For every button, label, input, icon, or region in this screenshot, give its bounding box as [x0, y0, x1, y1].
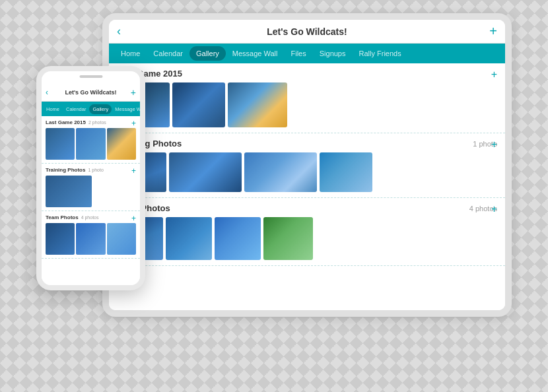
phone-training-photos [46, 176, 136, 207]
phone-section-title-lastgame: Last Game 2015 [46, 119, 86, 125]
tablet-nav-messages[interactable]: Message Wall [226, 46, 285, 61]
tablet-nav: Home Calendar Gallery Message Wall Files… [109, 44, 505, 63]
tablet-section-training: Training Photos 1 photo + [109, 133, 505, 198]
tablet-nav-files[interactable]: Files [285, 46, 313, 61]
phone-screen: ‹ Let's Go Wildcats! + Home Calendar Gal… [42, 71, 140, 285]
phone-nav-calendar[interactable]: Calendar [63, 104, 89, 114]
phone-section-title-team: Team Photos [46, 214, 79, 220]
team-photos-row [117, 217, 497, 260]
tablet-back-button[interactable]: ‹ [117, 24, 121, 38]
phone-section-training: Training Photos 1 photo + [42, 164, 140, 211]
tablet-content: Last Game 2015 + Training Photos 1 photo… [109, 63, 505, 310]
tablet-nav-signups[interactable]: Signups [313, 46, 353, 61]
tablet-home-button[interactable] [505, 155, 509, 175]
tablet-section-lastgame: Last Game 2015 + [109, 63, 505, 133]
photo-item[interactable] [172, 82, 225, 127]
phone-section-add-training[interactable]: + [131, 166, 136, 176]
phone-nav-messages[interactable]: Message Wall [112, 104, 140, 114]
phone-device: ‹ Let's Go Wildcats! + Home Calendar Gal… [36, 66, 145, 290]
phone-section-header-lastgame: Last Game 2015 2 photos [46, 119, 136, 125]
phone-section-count-training: 1 photo [88, 168, 103, 172]
tablet-nav-gallery[interactable]: Gallery [189, 46, 226, 61]
photo-item[interactable] [215, 217, 261, 260]
tablet-section-header-training: Training Photos 1 photo [117, 139, 497, 148]
phone-section-count-team: 4 photos [81, 215, 99, 220]
phone-photo-item[interactable] [46, 176, 92, 207]
tablet-section-header-team: Team Photos 4 photos [117, 203, 497, 213]
phone-section-count-lastgame: 2 photos [88, 120, 106, 125]
photo-item[interactable] [244, 152, 317, 192]
tablet-nav-home[interactable]: Home [114, 46, 147, 61]
tablet-device: ‹ Let's Go Wildcats! + Home Calendar Gal… [102, 13, 512, 317]
phone-nav: Home Calendar Gallery Message Wall [42, 102, 140, 116]
tablet-section-add-training[interactable]: + [491, 139, 497, 150]
phone-photo-item[interactable] [107, 223, 136, 255]
phone-section-header-training: Training Photos 1 photo [46, 167, 136, 173]
tablet-header: ‹ Let's Go Wildcats! + [109, 20, 505, 44]
phone-nav-gallery[interactable]: Gallery [89, 104, 112, 114]
phone-photo-item[interactable] [76, 128, 105, 160]
tablet-section-header-lastgame: Last Game 2015 [117, 69, 497, 79]
tablet-add-button[interactable]: + [489, 24, 497, 39]
phone-header: ‹ Let's Go Wildcats! + [42, 83, 140, 102]
phone-section-add-lastgame[interactable]: + [131, 119, 136, 128]
tablet-title: Let's Go Wildcats! [267, 26, 347, 37]
tablet-nav-calendar[interactable]: Calendar [147, 46, 189, 61]
phone-section-header-team: Team Photos 4 photos [46, 214, 136, 220]
phone-content: Last Game 2015 2 photos + Training Photo… [42, 116, 140, 285]
tablet-section-add-lastgame[interactable]: + [491, 69, 497, 81]
photo-item[interactable] [263, 217, 313, 260]
photo-item[interactable] [169, 152, 242, 192]
phone-section-lastgame: Last Game 2015 2 photos + [42, 116, 140, 164]
photo-item[interactable] [228, 82, 287, 127]
tablet-screen: ‹ Let's Go Wildcats! + Home Calendar Gal… [109, 20, 505, 310]
phone-photo-item[interactable] [107, 128, 136, 160]
training-photos-row [117, 152, 497, 192]
phone-add-button[interactable]: + [131, 87, 136, 98]
phone-lastgame-photos [46, 128, 136, 160]
tablet-section-add-team[interactable]: + [491, 203, 497, 215]
phone-back-button[interactable]: ‹ [46, 88, 48, 97]
tablet-section-team: Team Photos 4 photos + [109, 198, 505, 266]
phone-team-photos [46, 223, 136, 255]
phone-title: Let's Go Wildcats! [65, 89, 116, 96]
photo-item[interactable] [166, 217, 212, 260]
phone-photo-item[interactable] [46, 128, 75, 160]
tablet-nav-rally[interactable]: Rally Friends [353, 46, 408, 61]
phone-section-team: Team Photos 4 photos + [42, 211, 140, 259]
lastgame-photos-row [117, 82, 497, 127]
photo-item[interactable] [320, 152, 372, 192]
phone-photo-item[interactable] [46, 223, 75, 255]
phone-speaker [79, 75, 102, 78]
phone-section-add-team[interactable]: + [131, 214, 136, 223]
phone-nav-home[interactable]: Home [43, 104, 63, 114]
phone-section-title-training: Training Photos [46, 167, 85, 173]
phone-photo-item[interactable] [76, 223, 105, 255]
